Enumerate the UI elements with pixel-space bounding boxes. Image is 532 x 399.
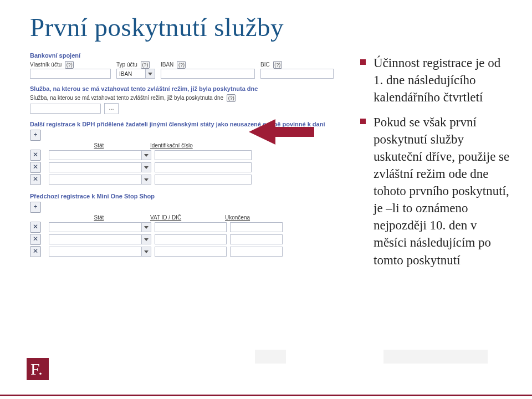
type-col: Typ účtu (?) IBAN	[116, 61, 155, 79]
type-select[interactable]: IBAN	[116, 69, 155, 79]
chevron-down-icon	[141, 223, 151, 232]
footer-box	[255, 350, 286, 364]
help-icon[interactable]: (?)	[141, 61, 150, 69]
col-vat: VAT ID / DIČ	[150, 214, 225, 221]
state-select[interactable]	[49, 150, 151, 160]
owner-col: Vlastník účtu (?)	[30, 61, 111, 79]
delete-button[interactable]: ✕	[30, 234, 41, 245]
bullet-text: Pokud se však první poskytnutí služby us…	[374, 115, 509, 267]
section-bank: Bankovní spojení	[30, 52, 344, 59]
table-row: ✕	[30, 174, 344, 185]
bank-fields-row: Vlastník účtu (?) Typ účtu (?) IBAN	[30, 61, 344, 79]
col-state: Stát	[48, 214, 150, 221]
help-icon[interactable]: (?)	[65, 61, 74, 69]
chevron-down-icon	[141, 163, 151, 172]
state-select[interactable]	[49, 222, 151, 232]
service-date-input[interactable]	[30, 104, 101, 114]
add-button[interactable]: +	[30, 130, 41, 141]
col-id: Identifikační číslo	[150, 142, 250, 149]
bic-input[interactable]	[260, 69, 334, 79]
owner-input[interactable]	[30, 69, 111, 79]
delete-button[interactable]: ✕	[30, 150, 41, 161]
vat-input[interactable]	[155, 234, 227, 244]
bullet-text: Účinnost registrace je od 1. dne následu…	[374, 56, 500, 104]
service-row-1: Služba, na kterou se má vztahovat tento …	[30, 94, 344, 102]
bic-col: BIC (?)	[260, 61, 334, 79]
ended-input[interactable]	[230, 234, 283, 244]
footer-box	[383, 350, 488, 364]
bullet-item: Pokud se však první poskytnutí služby us…	[360, 114, 510, 276]
vat-input[interactable]	[155, 247, 227, 257]
chevron-down-icon	[141, 247, 151, 256]
bullet-list: Účinnost registrace je od 1. dne následu…	[360, 52, 510, 277]
arrow-body	[275, 127, 314, 137]
chevron-down-icon	[141, 175, 151, 184]
table-row: ✕	[30, 162, 344, 173]
iban-col: IBAN (?)	[161, 61, 255, 79]
state-select[interactable]	[49, 162, 151, 172]
iban-label-wrap: IBAN (?)	[161, 61, 255, 69]
bic-label-wrap: BIC (?)	[260, 61, 334, 69]
type-label: Typ účtu	[116, 62, 137, 68]
bic-label: BIC	[260, 62, 270, 68]
iban-input[interactable]	[161, 69, 255, 79]
arrow-left-icon	[249, 119, 275, 145]
content-row: Bankovní spojení Vlastník účtu (?) Typ ú…	[30, 52, 510, 277]
add-button[interactable]: +	[30, 202, 41, 213]
service-sublabel-1: Služba, na kterou se má vztahovat tento …	[30, 95, 223, 101]
table-row: ✕	[30, 234, 344, 245]
table2-header: Stát VAT ID / DIČ Ukončena	[30, 214, 344, 221]
chevron-down-icon	[141, 151, 151, 160]
table-row: ✕	[30, 222, 344, 233]
type-value: IBAN	[117, 71, 145, 77]
table-row: ✕	[30, 150, 344, 161]
slide: První poskytnutí služby Bankovní spojení…	[0, 0, 532, 399]
date-picker-button[interactable]: ...	[104, 103, 119, 114]
form-screenshot: Bankovní spojení Vlastník účtu (?) Typ ú…	[30, 52, 344, 277]
help-icon[interactable]: (?)	[177, 61, 186, 69]
brand-logo: F.	[27, 358, 49, 380]
owner-label: Vlastník účtu	[30, 62, 62, 68]
service-label-1: Služba, na kterou se má vztahovat tento …	[30, 85, 344, 92]
type-label-wrap: Typ účtu (?)	[116, 61, 155, 69]
iban-label: IBAN	[161, 62, 173, 68]
id-input[interactable]	[155, 175, 252, 185]
table-row: ✕	[30, 246, 344, 257]
help-icon[interactable]: (?)	[227, 94, 236, 102]
owner-label-wrap: Vlastník účtu (?)	[30, 61, 111, 69]
footer-stripe	[0, 395, 532, 396]
delete-button[interactable]: ✕	[30, 246, 41, 257]
state-select[interactable]	[49, 234, 151, 244]
page-title: První poskytnutí služby	[30, 12, 510, 42]
arrow-annotation	[249, 119, 314, 145]
chevron-down-icon	[141, 235, 151, 244]
prev-reg-label: Předchozí registrace k Mini One Stop Sho…	[30, 193, 344, 200]
id-input[interactable]	[155, 150, 252, 160]
chevron-down-icon	[145, 69, 155, 78]
state-select[interactable]	[49, 175, 151, 185]
service-input-row: ...	[30, 103, 344, 114]
delete-button[interactable]: ✕	[30, 162, 41, 173]
help-icon[interactable]: (?)	[273, 61, 282, 69]
col-state: Stát	[48, 142, 150, 149]
state-select[interactable]	[49, 247, 151, 257]
delete-button[interactable]: ✕	[30, 174, 41, 185]
delete-button[interactable]: ✕	[30, 222, 41, 233]
id-input[interactable]	[155, 162, 252, 172]
ended-input[interactable]	[230, 247, 283, 257]
vat-input[interactable]	[155, 222, 227, 232]
bullet-item: Účinnost registrace je od 1. dne následu…	[360, 54, 510, 114]
col-ended: Ukončena	[225, 214, 280, 221]
ended-input[interactable]	[230, 222, 283, 232]
